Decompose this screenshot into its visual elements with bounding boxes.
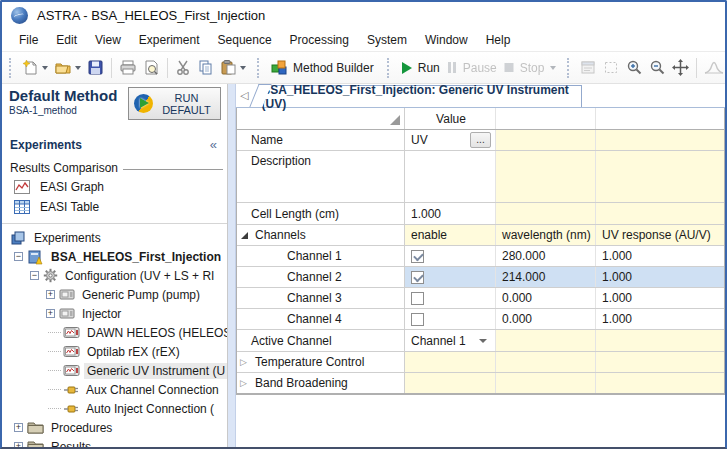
easi-graph-item[interactable]: EASI Graph [2,177,227,197]
active-channel-dropdown[interactable]: Channel 1 [411,334,491,348]
enable-checkbox[interactable] [411,250,424,263]
uv-response-value-cell[interactable]: 1.000 [596,288,724,308]
channel-enable-cell [405,288,496,308]
cut-button[interactable] [172,56,194,79]
tree-item-procedures[interactable]: + Procedures [2,418,227,437]
expand-expander-icon[interactable]: + [46,309,55,318]
disabled-cell [596,352,724,372]
uv-response-value-cell[interactable]: 1.000 [596,267,724,287]
save-button[interactable] [84,56,107,79]
value-column-header[interactable]: Value [405,108,496,129]
copy-button[interactable] [194,56,217,79]
enable-checkbox[interactable] [411,313,424,326]
tree-item-optilab-rex[interactable]: Optilab rEX (rEX) [2,342,227,361]
name-value-cell[interactable]: UV ... [405,130,496,150]
chevron-down-icon [550,66,556,70]
enable-checkbox[interactable] [411,271,424,284]
gear-icon [43,268,58,283]
uv-response-value-cell[interactable]: 1.000 [596,309,724,329]
cell-length-value: 1.000 [411,207,441,221]
toolbar-grip[interactable] [567,58,572,78]
column-header[interactable] [596,108,724,129]
menu-view[interactable]: View [86,30,130,50]
property-label-cell: ▷ Band Broadening [237,373,405,393]
property-column-header[interactable] [237,108,405,129]
tree-item-auto-inject-connection[interactable]: Auto Inject Connection ( [2,399,227,418]
tree-item-results[interactable]: + Results [2,437,227,447]
expand-expander-icon[interactable]: ▷ [240,357,247,367]
tab-generic-uv-instrument[interactable]: BSA_HELEOS_First_Injection: Generic UV I… [260,85,582,107]
wavelength-value-cell[interactable]: 0.000 [496,288,596,308]
pan-button[interactable] [669,56,692,79]
description-value-cell[interactable] [405,151,496,202]
tree-item-configuration[interactable]: − Configuration (UV + LS + RI [2,266,227,285]
folder-icon [27,440,44,447]
wavelength-value-cell[interactable]: 214.000 [496,267,596,287]
results-comparison-label: Results Comparison [10,161,118,175]
wavelength-value: 280.000 [502,249,545,263]
property-label: Description [251,154,311,168]
experiments-tree: Experiments − BSA_HELEOS_First_Injection… [2,228,227,447]
tree-label: DAWN HELEOS (HELEOS [84,325,228,341]
new-button[interactable] [19,56,51,79]
menu-file[interactable]: File [10,30,47,50]
tree-item-aux-channel-connection[interactable]: Aux Channel Connection [2,380,227,399]
zoom-in-button[interactable] [623,56,646,79]
collapse-expander-icon[interactable]: − [30,271,39,280]
expand-expander-icon[interactable]: + [14,442,23,447]
tab-title: BSA_HELEOS_First_Injection: Generic UV I… [261,83,581,111]
run-button[interactable]: Run [397,58,443,78]
property-label-cell: Channel 4 [237,309,405,329]
uv-response-value-cell[interactable]: 1.000 [596,246,724,266]
menu-processing[interactable]: Processing [281,30,358,50]
column-header[interactable] [496,108,596,129]
property-label: Channel 1 [287,249,342,263]
toolbar-grip[interactable] [257,58,262,78]
tab-scroll-left-icon[interactable]: ◁ [238,89,250,102]
wavelength-value-cell[interactable]: 0.000 [496,309,596,329]
ellipsis-button[interactable]: ... [470,132,491,148]
table-icon [14,200,30,214]
menu-help[interactable]: Help [477,30,520,50]
tree-item-experiments[interactable]: Experiments [2,228,227,247]
toolbar-grip[interactable] [387,58,392,78]
expand-expander-icon[interactable]: + [14,423,23,432]
active-channel-cell: Channel 1 [405,330,496,351]
paste-button[interactable] [217,56,249,79]
collapse-panel-icon[interactable]: « [210,137,217,152]
toolbar-separator [696,58,697,78]
chevron-down-icon [75,66,81,70]
panel-splitter[interactable] [228,84,236,447]
easi-table-item[interactable]: EASI Table [2,197,227,217]
tree-connector [48,332,61,333]
cell-length-value-cell[interactable]: 1.000 [405,203,496,224]
collapse-expander-icon[interactable]: − [14,252,23,261]
title-bar[interactable]: ASTRA - BSA_HELEOS_First_Injection [2,2,725,28]
zoom-out-button[interactable] [646,56,669,79]
wavelength-subheader-cell: wavelength (nm) [496,225,596,245]
menu-bar: File Edit View Experiment Sequence Proce… [2,28,725,52]
tree-item-dawn-heleos[interactable]: DAWN HELEOS (HELEOS [2,323,227,342]
enable-checkbox[interactable] [411,292,424,305]
grid-row-name: Name UV ... [237,130,724,151]
tree-item-bsa-experiment[interactable]: − BSA_HELEOS_First_Injection [2,247,227,266]
run-default-button[interactable]: RUN DEFAULT [128,87,221,120]
method-builder-button[interactable]: Method Builder [267,56,377,79]
peaks-icon [704,59,724,76]
menu-edit[interactable]: Edit [47,30,86,50]
print-preview-button[interactable] [140,56,163,79]
menu-system[interactable]: System [358,30,416,50]
toolbar-grip[interactable] [9,58,14,78]
wavelength-value-cell[interactable]: 280.000 [496,246,596,266]
menu-experiment[interactable]: Experiment [130,30,209,50]
tree-item-injector[interactable]: + Injector [2,304,227,323]
collapse-expander-icon[interactable] [241,232,248,239]
open-button[interactable] [51,56,84,79]
expand-expander-icon[interactable]: + [46,290,55,299]
expand-expander-icon[interactable]: ▷ [240,378,247,388]
print-button[interactable] [116,56,140,79]
menu-sequence[interactable]: Sequence [209,30,281,50]
tree-item-generic-pump[interactable]: + Generic Pump (pump) [2,285,227,304]
tree-item-generic-uv-instrument[interactable]: Generic UV Instrument (U [2,361,227,380]
menu-window[interactable]: Window [416,30,477,50]
